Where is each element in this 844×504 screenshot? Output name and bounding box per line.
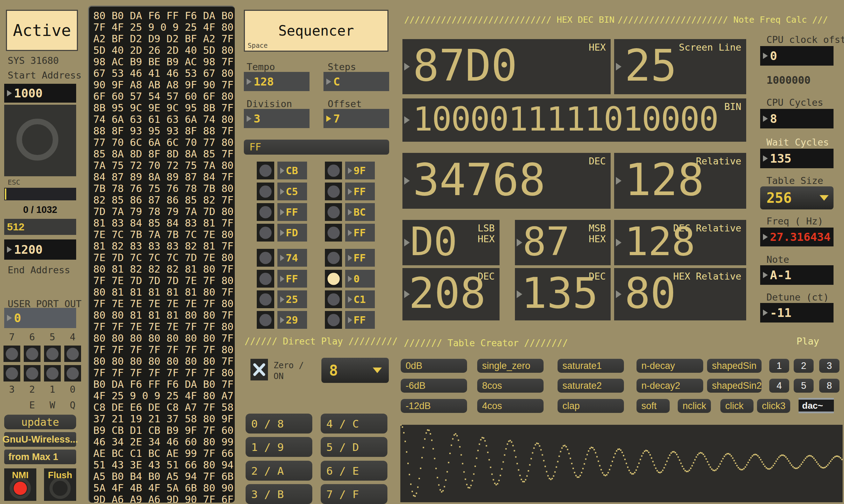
table-button-8cos[interactable]: 8cos	[477, 379, 544, 393]
hex-dump-panel[interactable]: 80 B0 DA F6 FF F6 DA B0 7F 4F 25 9 0 9 2…	[88, 6, 235, 503]
step-value-right-3[interactable]: FF	[345, 224, 375, 242]
step-value-right-2[interactable]: BC	[345, 203, 375, 221]
step-value-left-3[interactable]: FD	[277, 224, 307, 242]
step-led-right-0[interactable]	[325, 162, 342, 179]
wait-cycles-numbox[interactable]: 135	[760, 149, 834, 168]
voices-dropdown[interactable]: 8	[321, 358, 389, 383]
step-value-left-2[interactable]: FF	[277, 203, 307, 221]
step-value-right-4[interactable]: FF	[345, 249, 375, 267]
table-size-dropdown[interactable]: 256	[760, 186, 834, 209]
table-button-1[interactable]: 1	[769, 359, 789, 373]
table-button-n-decay2[interactable]: n-decay2	[636, 379, 703, 393]
step-led-left-2[interactable]	[257, 203, 274, 221]
note-numbox[interactable]: A-1	[760, 265, 834, 285]
table-button-click[interactable]: click	[720, 399, 754, 413]
bit-toggle-5[interactable]	[44, 346, 61, 362]
table-button-nclick[interactable]: nclick	[678, 399, 711, 413]
hex-relative-display[interactable]: HEX Relative 80	[614, 268, 746, 320]
step-led-left-1[interactable]	[257, 183, 274, 200]
step-led-right-2[interactable]	[325, 203, 342, 221]
hex-display[interactable]: HEX 87D0	[402, 39, 611, 94]
step-led-right-1[interactable]	[325, 183, 342, 200]
step-led-left-7[interactable]	[257, 311, 274, 329]
dec-relative-display[interactable]: DEC Relative 128	[614, 220, 746, 265]
freq-numbox[interactable]: 27.316434	[760, 228, 834, 246]
dec-msb-display[interactable]: DEC 135	[515, 268, 611, 320]
direct-play-key-7-f[interactable]: 7 / F	[321, 484, 387, 504]
mid-value-box[interactable]: 512	[4, 219, 76, 235]
bit-toggle-3[interactable]	[3, 365, 20, 381]
dec-lsb-display[interactable]: DEC 208	[402, 268, 500, 320]
esc-text-field[interactable]	[4, 188, 76, 200]
sequencer-button[interactable]: Sequencer Space	[244, 10, 388, 52]
step-led-right-3[interactable]	[325, 224, 342, 242]
bit-toggle-1[interactable]	[44, 365, 61, 381]
step-led-right-5-active[interactable]	[325, 270, 342, 288]
step-value-right-7[interactable]: FF	[345, 311, 375, 329]
step-value-left-0[interactable]: CB	[277, 162, 307, 179]
table-button-4cos[interactable]: 4cos	[477, 399, 544, 413]
cpu-clock-ofst-numbox[interactable]: 0	[760, 46, 834, 66]
table-button-minus6db[interactable]: -6dB	[401, 379, 467, 393]
table-button-shapedsin[interactable]: shapedSin	[707, 359, 762, 373]
table-button-2[interactable]: 2	[794, 359, 814, 373]
table-button-single-zero[interactable]: single_zero	[477, 359, 544, 373]
direct-play-key-3-b[interactable]: 3 / B	[246, 484, 312, 504]
step-value-left-4[interactable]: 74	[277, 249, 307, 267]
step-value-left-6[interactable]: 25	[277, 290, 307, 308]
active-toggle-button[interactable]: Active	[6, 10, 78, 51]
direct-play-key-1-9[interactable]: 1 / 9	[246, 437, 312, 457]
table-button-click3[interactable]: click3	[757, 399, 790, 413]
gnu-wireless-button[interactable]: GnuU-Wireless...	[4, 432, 76, 447]
tempo-numbox[interactable]: 128	[244, 72, 310, 91]
start-address-numbox[interactable]: 1000	[4, 84, 76, 103]
msb-hex-display[interactable]: MSBHEX 87	[515, 220, 611, 265]
table-button-3[interactable]: 3	[819, 359, 839, 373]
cpu-cycles-numbox[interactable]: 8	[760, 109, 834, 128]
bit-toggle-7[interactable]	[3, 346, 20, 362]
table-button-saturate1[interactable]: saturate1	[558, 359, 624, 373]
step-value-left-1[interactable]: C5	[277, 183, 307, 200]
step-led-right-7[interactable]	[325, 311, 342, 329]
table-button-minus12db[interactable]: -12dB	[401, 399, 467, 413]
bit-toggle-0[interactable]	[64, 365, 81, 381]
dial[interactable]	[4, 105, 76, 176]
step-value-left-7[interactable]: 29	[277, 311, 307, 329]
dec-display[interactable]: DEC 34768	[402, 153, 611, 209]
table-button-5[interactable]: 5	[794, 379, 814, 393]
direct-play-key-0-8[interactable]: 0 / 8	[246, 414, 312, 433]
step-value-right-1[interactable]: FF	[345, 183, 375, 200]
lsb-hex-display[interactable]: LSBHEX D0	[402, 220, 500, 265]
table-button-4[interactable]: 4	[769, 379, 789, 393]
step-value-right-0[interactable]: 9F	[345, 162, 375, 179]
steps-numbox[interactable]: C	[323, 72, 389, 91]
step-led-left-5[interactable]	[257, 270, 274, 288]
sequencer-message-box[interactable]: FF	[244, 140, 389, 155]
table-button-8[interactable]: 8	[819, 379, 839, 393]
direct-play-key-5-d[interactable]: 5 / D	[321, 437, 387, 457]
bit-toggle-6[interactable]	[24, 346, 41, 362]
direct-play-key-2-a[interactable]: 2 / A	[246, 461, 312, 481]
from-max-button[interactable]: from Max 1	[4, 450, 76, 464]
nmi-button[interactable]: NMI	[4, 468, 36, 501]
step-led-right-4[interactable]	[325, 249, 342, 267]
detune-numbox[interactable]: -11	[760, 303, 834, 323]
flush-button[interactable]: Flush	[44, 468, 76, 501]
step-value-right-6[interactable]: C1	[345, 290, 375, 308]
step-value-left-5[interactable]: FF	[277, 270, 307, 288]
step-value-right-5[interactable]: 0	[345, 270, 375, 288]
screen-line-display[interactable]: Screen Line 25	[614, 39, 746, 94]
division-numbox[interactable]: 3	[244, 109, 310, 128]
table-button-saturate2[interactable]: saturate2	[558, 379, 624, 393]
user-port-numbox[interactable]: 0	[4, 308, 76, 328]
bit-toggle-4[interactable]	[64, 346, 81, 362]
dac-object-box[interactable]: dac~	[799, 398, 834, 413]
direct-play-key-6-e[interactable]: 6 / E	[321, 461, 387, 481]
bin-display[interactable]: BIN 1000011111010000	[402, 98, 746, 142]
step-led-right-6[interactable]	[325, 290, 342, 308]
direct-play-key-4-c[interactable]: 4 / C	[321, 414, 387, 433]
table-button-shapedsin2[interactable]: shapedSin2	[707, 379, 762, 393]
relative-display[interactable]: Relative 128	[614, 153, 746, 209]
end-address-numbox[interactable]: 1200	[4, 239, 76, 260]
step-led-left-0[interactable]	[257, 162, 274, 179]
